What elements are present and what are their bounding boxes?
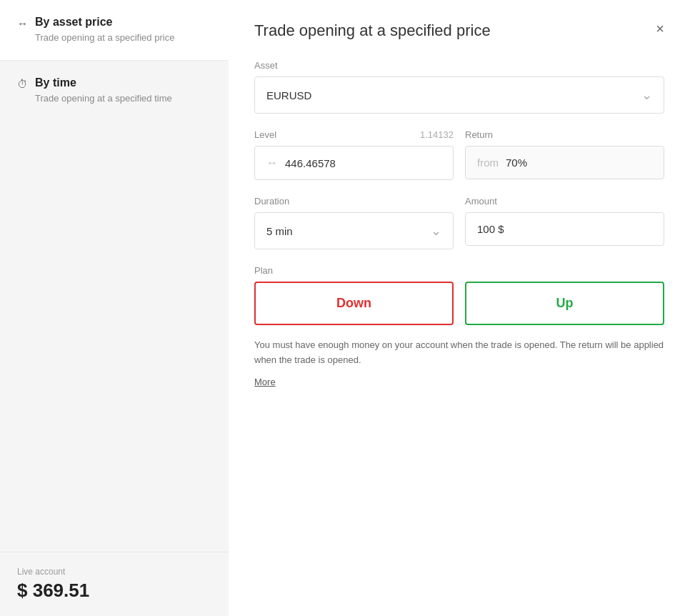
- sidebar-item-by-time-title: By time: [35, 76, 172, 89]
- modal-header: Trade opening at a specified price ×: [254, 21, 664, 40]
- account-section: Live account $ 369.51: [0, 552, 229, 616]
- return-value: 70%: [506, 157, 527, 169]
- plan-section: Plan Down Up: [254, 265, 664, 325]
- return-display: from 70%: [465, 146, 664, 179]
- sidebar-item-by-asset-price-subtitle: Trade opening at a specified price: [35, 31, 174, 44]
- asset-chevron-icon: ⌄: [641, 87, 652, 103]
- level-icon: ↔: [266, 157, 278, 169]
- level-label: Level: [254, 129, 276, 140]
- asset-value: EURUSD: [266, 89, 311, 101]
- sidebar-item-by-asset-price-title: By asset price: [35, 16, 174, 29]
- asset-field-group: Asset EURUSD ⌄: [254, 60, 664, 114]
- sidebar-item-by-asset-price[interactable]: ↔ By asset price Trade opening at a spec…: [0, 0, 229, 61]
- return-field-group: Return from 70%: [465, 129, 664, 180]
- sidebar-item-by-time[interactable]: ⏱ By time Trade opening at a specified t…: [0, 61, 229, 552]
- duration-select[interactable]: 5 min ⌄: [254, 212, 454, 249]
- level-field-group: Level 1.14132 ↔ 446.46578: [254, 129, 454, 180]
- level-return-row: Level 1.14132 ↔ 446.46578 Return from: [254, 129, 664, 180]
- duration-label: Duration: [254, 196, 454, 207]
- plan-label: Plan: [254, 265, 664, 276]
- notice-text: You must have enough money on your accou…: [254, 338, 664, 368]
- trade-form: Asset EURUSD ⌄ Level 1.14132 ↔ 44: [254, 60, 664, 595]
- return-placeholder-text: from: [477, 157, 499, 169]
- amount-input[interactable]: 100 $: [465, 212, 664, 246]
- down-button[interactable]: Down: [254, 282, 454, 325]
- up-button[interactable]: Up: [465, 282, 664, 325]
- plan-buttons: Down Up: [254, 282, 664, 325]
- return-label: Return: [465, 129, 664, 140]
- account-balance: $ 369.51: [17, 580, 211, 602]
- amount-value: 100 $: [477, 223, 504, 235]
- duration-field-group: Duration 5 min ⌄: [254, 196, 454, 249]
- duration-chevron-icon: ⌄: [431, 223, 441, 239]
- duration-value: 5 min: [266, 225, 293, 237]
- modal-title: Trade opening at a specified price: [254, 21, 491, 40]
- asset-price-icon: ↔: [17, 17, 28, 29]
- level-input[interactable]: ↔ 446.46578: [254, 146, 454, 180]
- amount-field-group: Amount 100 $: [465, 196, 664, 249]
- close-button[interactable]: ×: [656, 21, 664, 36]
- asset-select[interactable]: EURUSD ⌄: [254, 76, 664, 114]
- asset-label: Asset: [254, 60, 664, 71]
- amount-label: Amount: [465, 196, 664, 207]
- level-value: 446.46578: [285, 157, 336, 169]
- sidebar: ↔ By asset price Trade opening at a spec…: [0, 0, 229, 616]
- by-time-icon: ⏱: [17, 78, 28, 90]
- sidebar-item-by-time-subtitle: Trade opening at a specified time: [35, 92, 172, 105]
- main-content: Trade opening at a specified price × Ass…: [229, 0, 690, 616]
- level-current-value: 1.14132: [420, 129, 454, 140]
- duration-amount-row: Duration 5 min ⌄ Amount 100 $: [254, 196, 664, 249]
- account-label: Live account: [17, 567, 211, 577]
- more-link[interactable]: More: [254, 377, 276, 387]
